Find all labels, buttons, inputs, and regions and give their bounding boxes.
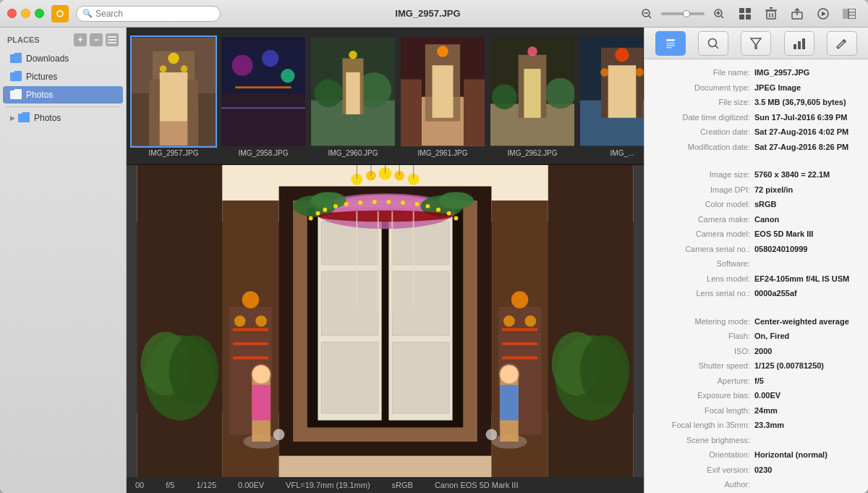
svg-point-142	[486, 429, 498, 440]
svg-rect-171	[802, 38, 805, 49]
info-label-10: Camera make:	[653, 214, 754, 226]
maximize-button[interactable]	[35, 9, 44, 18]
thumbnail-item-5[interactable]: IMG_...	[579, 35, 644, 157]
info-label-25: Scene brightness:	[653, 434, 754, 447]
svg-point-36	[181, 65, 188, 72]
svg-point-74	[600, 68, 609, 77]
svg-rect-164	[666, 45, 675, 46]
sidebar-item-downloads[interactable]: Downloads	[3, 50, 123, 67]
info-btn-filter[interactable]	[741, 31, 771, 56]
status-fstop: f/5	[166, 481, 174, 489]
sidebar-add-button[interactable]: +	[74, 33, 87, 46]
info-label-15: Lens serial no.:	[653, 287, 754, 300]
close-button[interactable]	[7, 9, 17, 18]
info-label-12: Camera serial no.:	[653, 243, 754, 256]
info-label-9: Color model:	[653, 198, 754, 211]
info-label-4: Creation date:	[653, 126, 754, 138]
info-label-11: Camera model:	[653, 228, 754, 240]
info-label-8: Image DPI:	[653, 184, 754, 196]
sidebar-list-button[interactable]	[106, 33, 119, 46]
sidebar-item-pictures[interactable]: Pictures	[3, 68, 123, 85]
svg-point-73	[615, 48, 629, 62]
svg-point-148	[316, 211, 320, 216]
svg-point-129	[252, 365, 270, 383]
info-value-11: EOS 5D Mark III	[754, 228, 859, 240]
svg-rect-24	[848, 9, 856, 19]
svg-point-35	[160, 65, 167, 72]
sidebar-group-photos[interactable]: ▶ Photos	[3, 110, 123, 126]
zoom-slider[interactable]	[661, 12, 705, 15]
svg-rect-170	[798, 41, 801, 49]
info-label-17: Metering mode:	[653, 316, 754, 328]
thumbnail-item-3[interactable]: IMG_2961.JPG	[399, 35, 486, 157]
svg-point-152	[358, 201, 362, 205]
thumbnail-item-1[interactable]: IMG_2958.JPG	[220, 35, 307, 157]
info-btn-edit[interactable]	[827, 31, 857, 56]
thumb-image-4	[489, 35, 576, 148]
delete-button[interactable]	[760, 4, 783, 24]
sidebar-toggle-button[interactable]	[838, 4, 861, 24]
info-btn-info[interactable]	[655, 31, 686, 56]
info-row-11: Camera model:EOS 5D Mark III	[644, 227, 868, 242]
zoom-out-button[interactable]	[635, 4, 658, 24]
info-btn-search[interactable]	[698, 31, 728, 56]
info-row-3: Date time digitized:Sun 17-Jul-2016 6:39…	[644, 110, 868, 125]
zoom-in-button[interactable]	[707, 4, 731, 24]
sidebar-group-label: Photos	[34, 113, 61, 123]
search-bar[interactable]: 🔍	[76, 6, 221, 22]
info-label-13: Software:	[653, 258, 754, 270]
svg-rect-23	[843, 9, 848, 19]
svg-point-158	[436, 208, 441, 212]
info-value-2: 3.5 MB (36,79,605 bytes)	[754, 96, 859, 109]
svg-point-2	[58, 12, 62, 16]
svg-point-157	[425, 204, 430, 208]
share-button[interactable]	[786, 4, 809, 24]
grid-view-button[interactable]	[733, 4, 757, 24]
sidebar-item-photos[interactable]: Photos	[3, 86, 123, 104]
search-input[interactable]	[95, 9, 214, 19]
info-label-14: Lens model:	[653, 273, 754, 285]
thumbnail-item-0[interactable]: IMG_2957.JPG	[130, 35, 217, 157]
svg-point-50	[315, 79, 343, 107]
folder-pictures-icon	[10, 71, 22, 83]
svg-point-155	[401, 201, 405, 205]
main-image	[127, 165, 644, 477]
info-value-20: 1/125 (0.00781250)	[754, 360, 859, 372]
info-value-21: f/5	[754, 375, 859, 387]
svg-rect-79	[137, 165, 223, 477]
info-row-5: Modification date:Sat 27-Aug-2016 8:26 P…	[644, 140, 868, 155]
info-row-28: Author:	[644, 477, 868, 492]
svg-point-150	[333, 204, 338, 208]
info-label-21: Aperture:	[653, 375, 754, 387]
info-value-19: 2000	[754, 345, 859, 358]
svg-rect-12	[739, 14, 744, 20]
status-colormodel: sRGB	[392, 481, 413, 489]
sidebar-remove-button[interactable]: −	[90, 33, 103, 46]
info-row-21: Aperture:f/5	[644, 374, 868, 389]
minimize-button[interactable]	[21, 9, 30, 18]
thumbnail-strip[interactable]: IMG_2957.JPG	[127, 28, 644, 165]
svg-rect-117	[233, 356, 268, 359]
thumbnail-item-4[interactable]: IMG_2962.JPG	[489, 35, 576, 157]
svg-rect-11	[746, 8, 751, 13]
svg-point-134	[500, 365, 518, 383]
info-value-4: Sat 27-Aug-2016 4:02 PM	[754, 126, 859, 138]
slideshow-button[interactable]	[812, 4, 835, 24]
folder-downloads-icon	[10, 53, 22, 64]
thumb-label-4: IMG_2962.JPG	[508, 149, 558, 157]
sidebar-pictures-label: Pictures	[26, 72, 57, 82]
info-btn-chart[interactable]	[784, 31, 814, 56]
sidebar-scroll: Downloads Pictures Photos	[0, 49, 126, 493]
info-row-22: Exposure bias:0.00EV	[644, 388, 868, 403]
search-icon: 🔍	[82, 9, 93, 18]
svg-rect-58	[433, 65, 454, 118]
info-row-1: Document type:JPEG Image	[644, 80, 868, 96]
info-row-4: Creation date:Sat 27-Aug-2016 4:02 PM	[644, 125, 868, 140]
thumbnail-item-2[interactable]: IMG_2960.JPG	[310, 35, 396, 157]
svg-point-141	[273, 429, 285, 440]
thumb-label-1: IMG_2958.JPG	[239, 149, 289, 157]
thumb-image-3	[399, 35, 486, 148]
svg-marker-168	[751, 38, 761, 49]
svg-rect-123	[502, 342, 537, 345]
titlebar: 🔍 IMG_2957.JPG	[0, 0, 868, 28]
